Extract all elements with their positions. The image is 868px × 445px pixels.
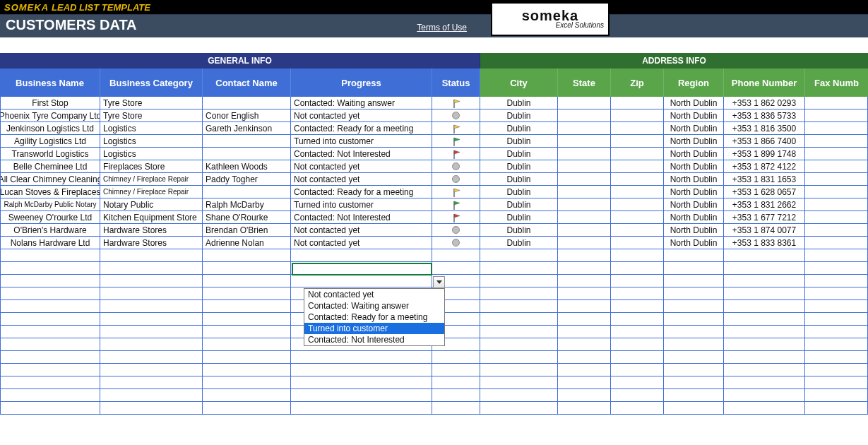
cell[interactable] [611,148,664,160]
cell[interactable] [558,351,611,364]
cell[interactable] [480,402,558,415]
cell[interactable] [0,389,100,402]
cell[interactable] [664,300,724,313]
cell[interactable] [611,364,664,376]
cell[interactable] [805,300,868,313]
cell[interactable]: Tyre Store [100,97,203,109]
cell[interactable] [805,237,868,249]
cell[interactable]: Contacted: Ready for a meeting [291,186,432,198]
cell[interactable]: Brendan O'Brien [203,224,291,237]
cell[interactable]: Contacted: Ready for a meeting [291,122,432,135]
dropdown-option[interactable]: Turned into customer [304,323,444,334]
cell[interactable]: Jenkinson Logistics Ltd [0,122,100,135]
cell[interactable] [0,326,100,338]
cell[interactable] [805,376,868,389]
cell[interactable] [724,313,805,326]
cell[interactable]: Notary Public [100,198,203,211]
cell[interactable] [805,173,868,186]
cell[interactable] [203,300,291,313]
cell[interactable]: +353 1 872 4122 [724,160,805,173]
cell[interactable] [805,109,868,122]
cell[interactable] [664,351,724,364]
cell[interactable] [100,402,203,415]
cell[interactable] [805,338,868,351]
cell[interactable]: North Dublin [664,109,724,122]
cell[interactable] [664,389,724,402]
cell[interactable]: Tyre Store [100,109,203,122]
cell[interactable]: First Stop [0,97,100,109]
cell[interactable] [664,313,724,326]
col-phone-number[interactable]: Phone Number [724,69,805,97]
cell[interactable] [0,351,100,364]
cell[interactable]: +353 1 816 3500 [724,122,805,135]
cell[interactable] [611,160,664,173]
cell[interactable] [724,364,805,376]
cell[interactable] [558,122,611,135]
cell[interactable]: Contacted: Not Interested [291,148,432,160]
cell[interactable] [480,249,558,262]
cell[interactable] [805,249,868,262]
cell[interactable] [611,249,664,262]
cell[interactable]: Dublin [480,173,558,186]
cell[interactable] [203,364,291,376]
cell[interactable] [0,287,100,300]
cell[interactable] [480,287,558,300]
cell[interactable]: Conor English [203,109,291,122]
dropdown-option[interactable]: Contacted: Not Interested [304,334,444,345]
cell[interactable] [558,198,611,211]
col-city[interactable]: City [480,69,558,97]
cell[interactable]: Belle Cheminee Ltd [0,160,100,173]
cell[interactable] [805,326,868,338]
cell[interactable] [805,97,868,109]
cell[interactable] [480,389,558,402]
cell[interactable] [558,173,611,186]
cell[interactable] [611,351,664,364]
cell[interactable] [432,249,480,262]
cell[interactable] [558,97,611,109]
cell[interactable] [611,224,664,237]
cell[interactable] [724,389,805,402]
cell[interactable] [432,97,480,109]
cell[interactable]: North Dublin [664,211,724,224]
cell[interactable] [291,275,432,287]
cell[interactable] [100,376,203,389]
cell[interactable] [0,364,100,376]
cell[interactable] [724,262,805,275]
cell[interactable] [291,376,432,389]
cell[interactable] [664,402,724,415]
cell[interactable] [558,326,611,338]
cell[interactable] [432,173,480,186]
cell[interactable] [558,186,611,198]
cell[interactable]: Turned into customer [291,198,432,211]
cell[interactable] [432,109,480,122]
cell[interactable]: Lucan Stoves & Fireplaces [0,186,100,198]
cell[interactable] [100,364,203,376]
cell[interactable] [203,249,291,262]
cell[interactable] [664,326,724,338]
cell[interactable] [558,148,611,160]
cell[interactable] [611,173,664,186]
cell[interactable] [805,313,868,326]
cell[interactable]: Chimney / Fireplace Repair [100,186,203,198]
cell[interactable] [0,262,100,275]
cell[interactable]: +353 1 874 0077 [724,224,805,237]
cell[interactable] [558,135,611,148]
cell[interactable] [611,313,664,326]
cell[interactable] [664,364,724,376]
cell[interactable] [611,237,664,249]
cell[interactable] [0,275,100,287]
cell[interactable] [480,326,558,338]
cell[interactable] [664,287,724,300]
cell[interactable]: Dublin [480,224,558,237]
cell[interactable] [432,364,480,376]
cell[interactable] [611,275,664,287]
cell[interactable] [805,287,868,300]
cell[interactable]: Dublin [480,135,558,148]
cell[interactable] [558,389,611,402]
cell[interactable] [432,376,480,389]
cell[interactable] [724,402,805,415]
cell[interactable]: +353 1 833 8361 [724,237,805,249]
cell[interactable] [432,237,480,249]
cell[interactable] [0,338,100,351]
cell[interactable] [558,211,611,224]
